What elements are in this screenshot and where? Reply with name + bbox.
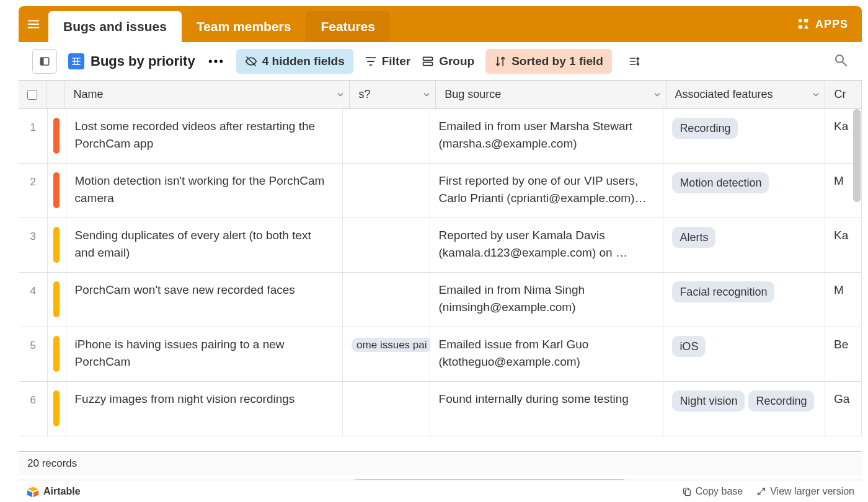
name-cell[interactable]: Sending duplicates of every alert (to bo…: [66, 218, 343, 272]
priority-bar: [53, 281, 60, 317]
features-cell[interactable]: Motion detection: [663, 164, 825, 218]
s-cell[interactable]: [343, 273, 430, 327]
row-number[interactable]: 6: [19, 382, 48, 436]
column-s[interactable]: s?: [350, 81, 436, 108]
tab-features[interactable]: Features: [306, 11, 390, 42]
feature-chip[interactable]: Recording: [748, 390, 814, 412]
bug-source-cell[interactable]: First reported by one of our VIP users, …: [430, 164, 664, 218]
row-number[interactable]: 4: [19, 273, 48, 327]
s-cell[interactable]: [343, 382, 430, 436]
copy-base-label: Copy base: [696, 486, 743, 497]
priority-bar: [53, 227, 60, 263]
row-height-button[interactable]: [628, 55, 640, 68]
bug-source-cell[interactable]: Emailed issue from Karl Guo (ktotheguo@e…: [430, 327, 664, 381]
tab-team-members[interactable]: Team members: [182, 11, 306, 42]
feature-chip[interactable]: Night vision: [672, 390, 745, 412]
column-bug-source[interactable]: Bug source: [436, 81, 666, 108]
group-icon: [422, 55, 434, 68]
row-number[interactable]: 2: [19, 164, 48, 218]
bug-source-cell[interactable]: Reported by user Kamala Davis (kamala.d1…: [430, 218, 664, 272]
apps-button[interactable]: APPS: [783, 17, 862, 31]
sort-icon: [494, 55, 507, 68]
name-cell[interactable]: PorchCam won't save new recorded faces: [66, 273, 343, 327]
filter-icon: [365, 55, 377, 68]
grid-header: Name s? Bug source Associated features C…: [19, 81, 862, 109]
select-all-checkbox[interactable]: [27, 90, 37, 100]
group-label: Group: [439, 55, 474, 68]
view-name[interactable]: Bugs by priority: [68, 53, 195, 69]
row-number[interactable]: 1: [19, 109, 48, 163]
column-created[interactable]: Cr: [825, 81, 862, 108]
s-cell[interactable]: [343, 109, 430, 163]
table-row[interactable]: 2Motion detection isn't working for the …: [19, 164, 862, 218]
view-larger-button[interactable]: View larger version: [756, 486, 854, 497]
name-cell[interactable]: Motion detection isn't working for the P…: [66, 164, 343, 218]
table-row[interactable]: 5iPhone is having issues pairing to a ne…: [19, 327, 862, 382]
features-cell[interactable]: Alerts: [663, 218, 825, 272]
s-cell[interactable]: ome issues pai: [343, 327, 430, 381]
row-number[interactable]: 5: [19, 327, 48, 381]
view-name-label: Bugs by priority: [91, 53, 195, 69]
created-cell[interactable]: Be: [825, 327, 862, 381]
grid-body: 1Lost some recorded videos after restart…: [19, 109, 862, 490]
feature-chip[interactable]: Motion detection: [672, 172, 769, 193]
bug-source-cell[interactable]: Emailed in from Nima Singh (nimsingh@exa…: [430, 273, 664, 327]
view-larger-label: View larger version: [770, 486, 854, 497]
svg-rect-9: [423, 57, 433, 60]
feature-chip[interactable]: Facial recognition: [672, 281, 774, 302]
svg-point-5: [208, 59, 211, 63]
hidden-fields-button[interactable]: 4 hidden fields: [236, 49, 353, 74]
column-priority[interactable]: [47, 81, 65, 108]
sort-button[interactable]: Sorted by 1 field: [485, 49, 612, 74]
priority-cell: [48, 327, 66, 381]
created-cell[interactable]: M: [825, 273, 862, 327]
table-row[interactable]: 1Lost some recorded videos after restart…: [19, 109, 862, 164]
column-s-label: s?: [358, 88, 370, 101]
column-name[interactable]: Name: [64, 81, 350, 108]
features-cell[interactable]: Night visionRecording: [663, 382, 825, 436]
vertical-scrollbar[interactable]: [853, 109, 861, 202]
feature-chip[interactable]: Alerts: [672, 227, 715, 248]
column-associated-features[interactable]: Associated features: [666, 81, 826, 108]
group-button[interactable]: Group: [422, 55, 474, 68]
priority-cell: [48, 382, 66, 436]
chevron-down-icon: [653, 88, 661, 101]
filter-button[interactable]: Filter: [365, 55, 410, 68]
menu-button[interactable]: [19, 6, 48, 42]
brand-label: Airtable: [43, 486, 81, 497]
feature-chip[interactable]: Recording: [672, 118, 738, 139]
svg-point-0: [799, 19, 802, 23]
name-cell[interactable]: Lost some recorded videos after restarti…: [66, 109, 343, 163]
created-cell[interactable]: Ga: [825, 382, 862, 436]
grid: Name s? Bug source Associated features C…: [19, 81, 862, 490]
bug-source-cell[interactable]: Emailed in from user Marsha Stewart (mar…: [430, 109, 664, 163]
name-cell[interactable]: Fuzzy images from night vision recording…: [66, 382, 343, 436]
table-row[interactable]: 3Sending duplicates of every alert (to b…: [19, 218, 862, 273]
view-options-button[interactable]: [206, 52, 225, 71]
apps-icon: [797, 17, 810, 31]
search-button[interactable]: [833, 53, 848, 70]
created-cell[interactable]: Ka: [825, 218, 862, 272]
feature-chip[interactable]: iOS: [672, 336, 706, 357]
chevron-down-icon: [337, 88, 344, 101]
features-cell[interactable]: Facial recognition: [663, 273, 825, 327]
priority-cell: [48, 109, 66, 163]
select-all[interactable]: [19, 81, 47, 108]
s-cell[interactable]: [343, 218, 430, 272]
copy-base-button[interactable]: Copy base: [682, 486, 743, 497]
name-cell[interactable]: iPhone is having issues pairing to a new…: [66, 327, 343, 381]
features-cell[interactable]: Recording: [663, 109, 825, 163]
brand[interactable]: Airtable: [26, 485, 81, 498]
bug-source-cell[interactable]: Found internally during some testing: [430, 382, 664, 436]
row-number[interactable]: 3: [19, 218, 48, 272]
filter-label: Filter: [382, 55, 410, 68]
priority-bar: [53, 336, 60, 372]
table-row[interactable]: 6Fuzzy images from night vision recordin…: [19, 382, 862, 436]
s-cell[interactable]: [343, 164, 430, 218]
tab-bugs[interactable]: Bugs and issues: [48, 11, 182, 42]
table-row[interactable]: 4PorchCam won't save new recorded facesE…: [19, 273, 862, 327]
svg-rect-14: [685, 490, 690, 495]
panel-icon: [39, 56, 50, 67]
features-cell[interactable]: iOS: [663, 327, 825, 381]
toggle-sidebar-button[interactable]: [32, 49, 57, 74]
